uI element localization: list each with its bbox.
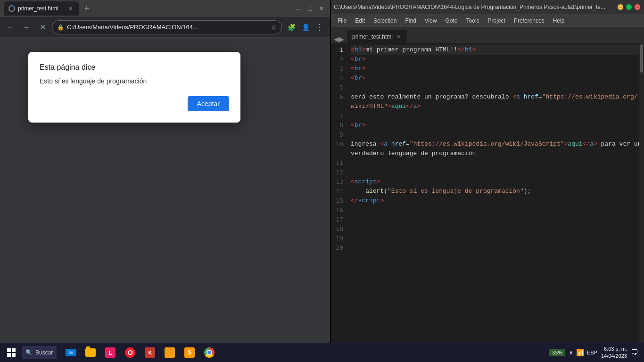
- bookmark-icon[interactable]: ☆: [271, 24, 277, 31]
- tab-nav-left-icon[interactable]: ◀: [334, 35, 339, 43]
- profile-button[interactable]: 👤: [299, 21, 312, 34]
- taskbar-app-yellow[interactable]: [160, 343, 179, 362]
- taskbar: 🔍 Buscar ✉ L O K S 33%: [0, 343, 644, 362]
- maximize-button[interactable]: □: [306, 5, 314, 12]
- taskbar-app-folder[interactable]: [81, 343, 100, 362]
- taskbar-search-icon: 🔍: [25, 349, 33, 356]
- line-num-8: 8: [339, 121, 343, 130]
- line-num-1: 1: [339, 45, 343, 55]
- menu-selection[interactable]: Selection: [370, 16, 400, 25]
- editor-maximize-button[interactable]: □: [626, 4, 632, 10]
- code-line-12: [351, 168, 640, 177]
- line-num-13: 13: [336, 177, 343, 187]
- editor-tabbar: ◀ ▶ primer_test.html ✕: [330, 27, 644, 43]
- code-line-7: [351, 111, 640, 121]
- menu-button[interactable]: ⋮: [313, 21, 326, 34]
- code-line-19: [351, 234, 640, 243]
- tab-title: primer_test.html: [18, 5, 64, 12]
- line-num-5: 5: [339, 83, 343, 92]
- editor-minimize-button[interactable]: —: [618, 4, 623, 10]
- sublime-text-icon: S: [184, 347, 195, 358]
- extensions-button[interactable]: 🧩: [285, 21, 298, 34]
- code-line-10-cont: verdadero lenguage de programación: [351, 149, 640, 158]
- line-num-4: 4: [339, 74, 343, 83]
- start-button[interactable]: [2, 343, 21, 362]
- taskbar-app-lens[interactable]: L: [101, 343, 120, 362]
- mail-icon: ✉: [66, 349, 76, 356]
- code-area[interactable]: 1 2 3 4 5 6 6 7 8 9 10 10 11 12 13 14 15…: [330, 43, 644, 352]
- editor-titlebar-text: C:\Users\Maria\Videos\PROGRAMACION\1644-…: [334, 4, 614, 10]
- alert-title: Esta página dice: [40, 63, 229, 72]
- chevron-up-icon[interactable]: ∧: [569, 349, 573, 356]
- taskbar-app-chrome[interactable]: [200, 343, 219, 362]
- address-lock-icon: 🔒: [57, 24, 64, 31]
- window-controls: — □ ✕: [293, 5, 326, 12]
- menu-find[interactable]: Find: [401, 16, 420, 25]
- editor-titlebar: C:\Users\Maria\Videos\PROGRAMACION\1644-…: [330, 0, 644, 14]
- code-line-9: [351, 130, 640, 140]
- folder-icon: [85, 348, 96, 357]
- editor-scrollbar-thumb[interactable]: [640, 44, 643, 73]
- forward-button[interactable]: →: [20, 21, 33, 34]
- browser-pane: primer_test.html × + — □ ✕ ← → ✕ 🔒 C:/Us…: [0, 0, 330, 362]
- code-line-3: <br>: [351, 64, 640, 74]
- code-line-13: <script>: [351, 177, 640, 187]
- browser-content: Esta página dice Esto sí es lenguaje de …: [0, 38, 330, 362]
- address-text: C:/Users/Maria/Videos/PROGRAMACION/164..…: [67, 24, 268, 31]
- menu-file[interactable]: File: [334, 16, 350, 25]
- lens-icon: L: [105, 347, 116, 358]
- nav-extras: 🧩 👤 ⋮: [285, 21, 326, 34]
- reload-button[interactable]: ✕: [36, 21, 49, 34]
- code-line-17: [351, 215, 640, 224]
- taskbar-app-klack[interactable]: K: [140, 343, 159, 362]
- menu-goto[interactable]: Goto: [442, 16, 462, 25]
- line-num-10: 10: [336, 140, 343, 149]
- close-window-button[interactable]: ✕: [317, 5, 326, 12]
- code-line-6-cont: wiki/HTML">aqui</a>: [351, 102, 640, 111]
- line-num-7: 7: [339, 111, 343, 121]
- taskbar-app-mail[interactable]: ✉: [61, 343, 80, 362]
- editor-tab-close-button[interactable]: ✕: [396, 33, 401, 40]
- taskbar-app-opera[interactable]: O: [121, 343, 140, 362]
- line-numbers: 1 2 3 4 5 6 6 7 8 9 10 10 11 12 13 14 15…: [330, 43, 347, 352]
- tab-nav-arrows[interactable]: ◀ ▶: [332, 35, 346, 43]
- pane-divider: [330, 0, 331, 362]
- menu-edit[interactable]: Edit: [351, 16, 369, 25]
- editor-tab-primer[interactable]: primer_test.html ✕: [346, 30, 407, 43]
- taskbar-search-box[interactable]: 🔍 Buscar: [22, 346, 57, 359]
- opera-icon: O: [125, 347, 135, 358]
- line-num-6: 6: [339, 92, 343, 102]
- battery-indicator: 33%: [549, 349, 565, 356]
- editor-close-button[interactable]: ✕: [635, 4, 640, 10]
- code-line-20: [351, 243, 640, 253]
- code-line-14: alert("Esto sí es lenguaje de programaci…: [351, 187, 640, 196]
- minimize-button[interactable]: —: [293, 5, 304, 12]
- alert-accept-button[interactable]: Aceptar: [188, 96, 229, 111]
- new-tab-button[interactable]: +: [81, 3, 92, 14]
- menu-preferences[interactable]: Preferences: [510, 16, 548, 25]
- notification-center-button[interactable]: 🗨: [631, 348, 638, 357]
- taskbar-clock: 6:03 p. m. 14/04/2023: [601, 346, 627, 360]
- code-line-18: [351, 224, 640, 234]
- address-bar[interactable]: 🔒 C:/Users/Maria/Videos/PROGRAMACION/164…: [52, 20, 282, 34]
- tab-close-button[interactable]: ×: [67, 5, 74, 12]
- line-num-9: 9: [339, 130, 343, 140]
- browser-tab[interactable]: primer_test.html ×: [4, 1, 79, 16]
- taskbar-app-sublime[interactable]: S: [180, 343, 199, 362]
- code-content[interactable]: <h1>mi primer programa HTML!!</h1> <br> …: [347, 43, 644, 352]
- menu-project[interactable]: Project: [484, 16, 509, 25]
- menu-tools[interactable]: Tools: [462, 16, 483, 25]
- code-line-16: [351, 206, 640, 215]
- menu-view[interactable]: View: [421, 16, 441, 25]
- system-tray-icons: ∧ 📶 ESP: [569, 349, 597, 356]
- editor-scrollbar[interactable]: [639, 43, 644, 352]
- browser-titlebar: primer_test.html × + — □ ✕: [0, 0, 330, 17]
- line-num-20: 20: [336, 243, 343, 253]
- editor-menubar: File Edit Selection Find View Goto Tools…: [330, 14, 644, 27]
- back-button[interactable]: ←: [4, 21, 17, 34]
- code-line-10: ingresa <a href="https://es.wikipedia.or…: [351, 140, 640, 149]
- line-num-15: 15: [336, 196, 343, 206]
- menu-help[interactable]: Help: [549, 16, 569, 25]
- line-num-14: 14: [336, 187, 343, 196]
- tab-nav-right-icon[interactable]: ▶: [339, 35, 344, 43]
